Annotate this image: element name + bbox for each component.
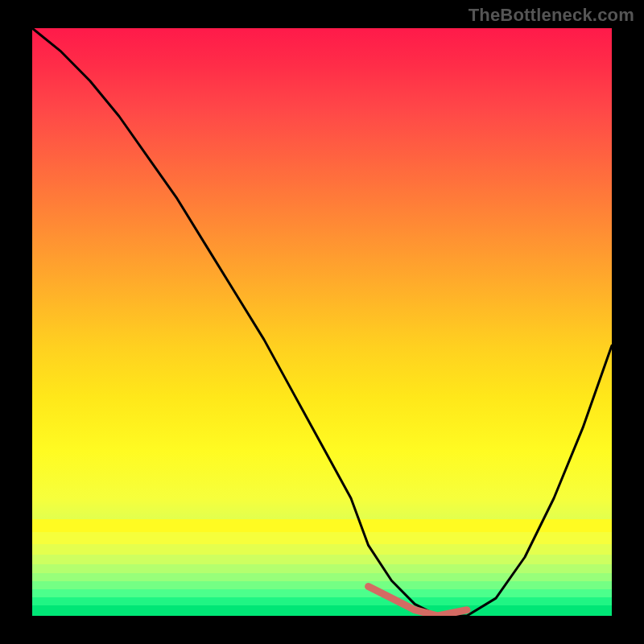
plot-area: [32, 28, 612, 616]
chart-frame: TheBottleneck.com: [0, 0, 644, 644]
bottleneck-curve: [32, 28, 612, 616]
curve-svg: [32, 28, 612, 616]
watermark-text: TheBottleneck.com: [469, 5, 634, 26]
optimal-range-marker: [369, 587, 467, 617]
